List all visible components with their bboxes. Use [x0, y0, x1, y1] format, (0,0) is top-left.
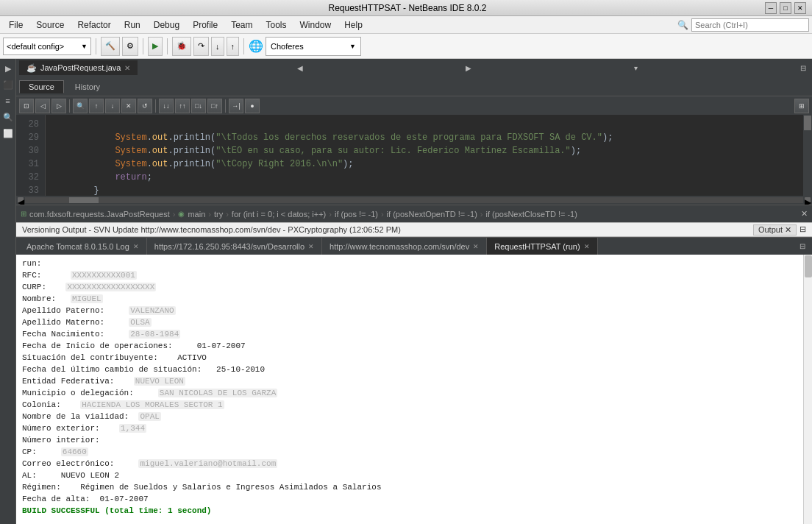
- toggle-bookmark-button[interactable]: ⊡: [19, 99, 34, 113]
- src-expand-btn[interactable]: ⊞: [794, 99, 809, 113]
- find-prev-button[interactable]: ↑: [89, 99, 104, 113]
- left-sidebar: ▶ ⬛ ≡ 🔍 ⬜: [0, 59, 16, 524]
- step-btn-1[interactable]: ↓↓: [159, 99, 174, 113]
- bc-sep-6: ›: [480, 210, 483, 219]
- line-num-33: 33: [22, 184, 39, 196]
- menu-help[interactable]: Help: [338, 18, 368, 32]
- source-btn-3[interactable]: ▷: [51, 99, 66, 113]
- tab-source[interactable]: Source: [19, 80, 64, 93]
- toggle-find-button[interactable]: ✕: [121, 99, 136, 113]
- sidebar-debug-icon[interactable]: ⬛: [1, 78, 15, 91]
- step-out-button[interactable]: ↑: [227, 37, 240, 56]
- hscroll-thumb[interactable]: [69, 197, 99, 203]
- code-vscroll[interactable]: [803, 115, 812, 196]
- output-tab-label[interactable]: Output ✕: [753, 224, 797, 236]
- output-toolbar-side: ⊟: [796, 240, 809, 253]
- step-into-button[interactable]: ↓: [211, 37, 224, 56]
- tab-nav-left[interactable]: ◀: [294, 63, 306, 74]
- output-expand-btn[interactable]: ⊟: [796, 240, 809, 253]
- menu-debug[interactable]: Debug: [148, 18, 185, 32]
- vscroll-thumb[interactable]: [804, 116, 811, 130]
- menu-run[interactable]: Run: [118, 18, 146, 32]
- output-scroll-thumb[interactable]: [805, 255, 812, 277]
- editor-tab-main[interactable]: ☕ JavaPostRequest.java ✕: [19, 60, 138, 75]
- output-line-reg: Régimen: Régimen de Sueldos y Salarios e…: [22, 481, 797, 493]
- output-scrollbar[interactable]: [803, 255, 812, 524]
- bottom-section: run: RFC: XXXXXXXXXX001 CURP: XXXXXXXXXX…: [16, 255, 812, 524]
- maximize-button[interactable]: □: [780, 2, 791, 14]
- tomcat-tab-close[interactable]: ✕: [133, 243, 139, 250]
- menu-team[interactable]: Team: [225, 18, 258, 32]
- run-tab-close[interactable]: ✕: [584, 243, 590, 250]
- build-button[interactable]: 🔨: [101, 37, 120, 56]
- output-line-curp: CURP: XXXXXXXXXXXXXXXXXX: [22, 281, 797, 293]
- run-button[interactable]: ▶: [148, 37, 163, 56]
- goto-previous-button[interactable]: ◁: [35, 99, 50, 113]
- config-dropdown-arrow[interactable]: ▼: [81, 43, 88, 50]
- toolbar-separator-1: [96, 38, 96, 54]
- sidebar-step-icon[interactable]: ≡: [1, 94, 15, 107]
- breadcrumb-class[interactable]: com.fdxsoft.requests.JavaPostRequest: [29, 210, 170, 219]
- step-btn-3[interactable]: □↓: [191, 99, 206, 113]
- tab-history[interactable]: History: [65, 80, 110, 93]
- menu-tools[interactable]: Tools: [260, 18, 292, 32]
- output-line-ne: Número exterior: 1,344: [22, 422, 797, 434]
- sidebar-run-icon[interactable]: ▶: [1, 62, 15, 75]
- globe-icon: 🌐: [249, 39, 263, 53]
- output-tab-run[interactable]: RequestHTTPSAT (run) ✕: [487, 238, 597, 255]
- wrap-button[interactable]: ↺: [138, 99, 152, 113]
- versioning-expand[interactable]: ⊟: [799, 224, 806, 236]
- breadcrumb-close[interactable]: ✕: [801, 209, 808, 219]
- output-line-ap: Apellido Paterno: VALENZANO: [22, 305, 797, 316]
- tab-nav-menu[interactable]: ▾: [631, 63, 641, 74]
- svn1-tab-close[interactable]: ✕: [308, 243, 314, 250]
- line-num-28: 28: [22, 118, 39, 131]
- clean-build-button[interactable]: ⚙: [122, 37, 138, 56]
- menu-refactor[interactable]: Refactor: [71, 18, 116, 32]
- sidebar-window-icon[interactable]: ⬜: [1, 127, 15, 140]
- window-controls[interactable]: ─ □ ✕: [765, 2, 806, 14]
- svn2-tab-close[interactable]: ✕: [473, 243, 479, 250]
- hscrollbar[interactable]: ◀ ▶: [16, 196, 812, 205]
- run-to-cursor[interactable]: →|: [229, 99, 243, 113]
- find-button[interactable]: 🔍: [73, 99, 88, 113]
- breadcrumb-main[interactable]: main: [188, 210, 205, 219]
- line-num-30: 30: [22, 144, 39, 157]
- editor-tab-close[interactable]: ✕: [124, 64, 130, 72]
- find-next-button[interactable]: ↓: [105, 99, 120, 113]
- menu-file[interactable]: File: [3, 18, 29, 32]
- output-tab-svn1[interactable]: https://172.16.250.95:8443/svn/Desarroll…: [147, 238, 322, 255]
- output-line-am: Apellido Materno: OLSA: [22, 316, 797, 328]
- menu-profile[interactable]: Profile: [187, 18, 224, 32]
- breadcrumb-try[interactable]: try: [214, 210, 223, 219]
- hscroll-right[interactable]: ▶: [805, 197, 811, 203]
- hscroll-left[interactable]: ◀: [18, 197, 24, 203]
- step-btn-2[interactable]: ↑↑: [175, 99, 190, 113]
- tab-nav-close-all[interactable]: ⊟: [797, 63, 809, 74]
- step-btn-4[interactable]: □↑: [207, 99, 222, 113]
- breadcrumb-if2[interactable]: if (posNextOpenTD != -1): [387, 210, 477, 219]
- menu-source[interactable]: Source: [30, 18, 70, 32]
- profile-dropdown-arrow[interactable]: ▼: [349, 43, 356, 50]
- output-tab-tomcat[interactable]: Apache Tomcat 8.0.15.0 Log ✕: [19, 238, 147, 255]
- versioning-output-bar: Versioning Output - SVN Update http://ww…: [16, 222, 812, 237]
- tab-nav-right[interactable]: ▶: [463, 63, 474, 74]
- code-editor[interactable]: System.out.println("\tTodos los derechos…: [46, 115, 803, 196]
- minimize-button[interactable]: ─: [765, 2, 777, 14]
- profile-dropdown[interactable]: Choferes ▼: [266, 37, 361, 56]
- config-dropdown[interactable]: <default config> ▼: [3, 38, 91, 55]
- src-separator-2: [155, 99, 156, 113]
- sidebar-search-icon[interactable]: 🔍: [1, 110, 15, 124]
- close-button[interactable]: ✕: [794, 2, 806, 14]
- breadcrumb-for[interactable]: for (int i = 0; i < datos; i++): [232, 210, 326, 219]
- breadcrumb: ⊞ com.fdxsoft.requests.JavaPostRequest ›…: [16, 205, 812, 222]
- breadcrumb-if3[interactable]: if (posNextCloseTD != -1): [485, 210, 577, 219]
- output-tab-svn2[interactable]: http://www.tecnomasshop.com/svn/dev ✕: [322, 238, 487, 255]
- menu-window[interactable]: Window: [294, 18, 338, 32]
- breadcrumb-if1[interactable]: if (pos != -1): [335, 210, 378, 219]
- debug-button[interactable]: 🐞: [172, 37, 191, 56]
- step-over-button[interactable]: ↷: [193, 37, 209, 56]
- search-input[interactable]: [691, 18, 809, 32]
- svn2-tab-label: http://www.tecnomasshop.com/svn/dev: [330, 242, 469, 251]
- toggle-break[interactable]: ●: [245, 99, 260, 113]
